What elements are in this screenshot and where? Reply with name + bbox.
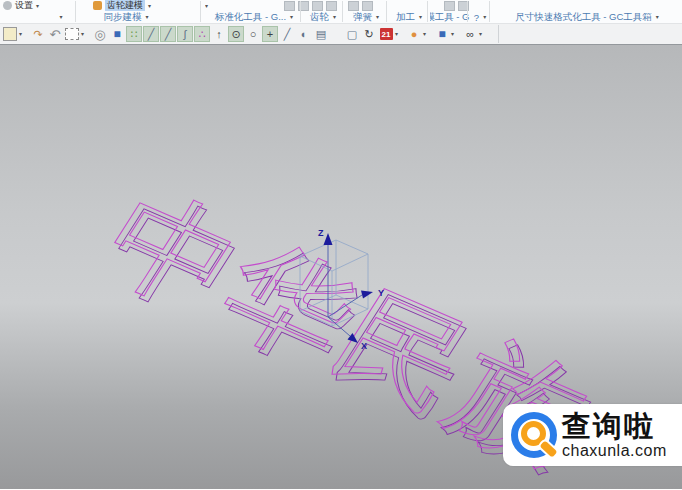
- snap-circle-icon[interactable]: ○: [245, 26, 261, 42]
- cropped-ribbon-button[interactable]: [326, 1, 337, 11]
- snap-pole-icon[interactable]: ↑: [211, 26, 227, 42]
- datum-grid-icon[interactable]: 21: [378, 26, 394, 42]
- snap-line-icon[interactable]: ╱: [279, 26, 295, 42]
- z-axis-arrow-icon: [324, 233, 333, 245]
- settings-icon: [3, 1, 12, 10]
- group-modeling-tools[interactable]: 建模工具 - G... ▾: [430, 11, 470, 23]
- snap-toolbar: ▾ ↷ ↶ ▾ ◎ ■ ∷ ╱ ╱ ʃ ∴ ↑ ⊙ ○ + ╱ ◐ ▤ ▢ ↻ …: [0, 23, 682, 45]
- ribbon-separator: [342, 1, 343, 22]
- ribbon-separator: [300, 1, 301, 22]
- chevron-down-icon[interactable]: ▾: [451, 31, 454, 37]
- snap-midpoint-icon[interactable]: ╱: [160, 26, 176, 42]
- chevron-down-icon[interactable]: ▾: [479, 31, 482, 37]
- chevron-down-icon[interactable]: ▾: [81, 31, 84, 37]
- gear-icon: [93, 1, 102, 10]
- chaxunla-logo-icon: [510, 411, 558, 459]
- snap-facet-icon[interactable]: ▤: [313, 26, 329, 42]
- cropped-ribbon-button[interactable]: [284, 1, 295, 11]
- chevron-down-icon: ▾: [333, 14, 336, 20]
- shaded-cube-icon[interactable]: ■: [109, 26, 125, 42]
- group-spring[interactable]: 弹簧 ▾: [345, 11, 387, 23]
- face-analysis-icon[interactable]: ●: [406, 26, 422, 42]
- ribbon-separator: [75, 1, 76, 22]
- graphics-viewport[interactable]: 中华民族 中华民族 Z Y X 查询啦: [0, 45, 682, 489]
- chevron-down-icon: ▾: [483, 14, 486, 20]
- snap-face-icon[interactable]: ◐: [296, 26, 312, 42]
- toolbar-separator: [498, 25, 499, 43]
- chevron-down-icon: ▾: [290, 14, 293, 20]
- chevron-down-icon: ▾: [205, 3, 208, 9]
- x-axis-label: X: [361, 341, 367, 351]
- torus-icon[interactable]: ◎: [92, 26, 108, 42]
- chevron-down-icon[interactable]: ▾: [148, 3, 151, 9]
- snap-point-icon[interactable]: ∷: [126, 26, 142, 42]
- y-axis-label: Y: [378, 288, 384, 298]
- group-dropdown[interactable]: ▾: [55, 11, 67, 23]
- derived-curve-icon[interactable]: ↷: [30, 26, 46, 42]
- chevron-down-icon: ▾: [145, 14, 148, 20]
- ribbon-button-label-selected: 齿轮建模: [105, 0, 145, 11]
- watermark-brand: 查询啦: [562, 412, 667, 441]
- cropped-ribbon-button[interactable]: [362, 1, 373, 11]
- group-unknown[interactable]: ? ▾: [470, 11, 490, 23]
- ribbon-separator: [386, 1, 387, 22]
- cropped-ribbon-button[interactable]: [312, 1, 323, 11]
- z-axis-label: Z: [318, 228, 324, 238]
- chevron-down-icon[interactable]: ▾: [423, 31, 426, 37]
- rectangle-marquee-icon[interactable]: [64, 26, 80, 42]
- ribbon-separator: [200, 1, 201, 22]
- ribbon: 设置 ▾ 齿轮建模 ▾ ▾ ▾ 同步建模 ▾ 标准化工具 - G... ▾ 齿轮…: [0, 0, 682, 23]
- group-standardization-tools[interactable]: 标准化工具 - G... ▾: [205, 11, 303, 23]
- watermark-domain: chaxunla.com: [562, 443, 667, 459]
- ribbon-separator: [489, 1, 490, 22]
- snap-arc-center-icon[interactable]: ⊙: [228, 26, 244, 42]
- snap-endpoint-icon[interactable]: ╱: [143, 26, 159, 42]
- selection-filter-icon[interactable]: [2, 26, 18, 42]
- chevron-down-icon: ▾: [59, 14, 62, 20]
- group-synchronous-modeling[interactable]: 同步建模 ▾: [95, 11, 157, 23]
- chevron-down-icon[interactable]: ▾: [395, 31, 398, 37]
- ribbon-dropdown[interactable]: ▾: [205, 0, 215, 11]
- refresh-icon[interactable]: ↻: [361, 26, 377, 42]
- derived-curve-alt-icon[interactable]: ↶: [47, 26, 63, 42]
- view-cube-icon[interactable]: ■: [434, 26, 450, 42]
- ribbon-separator: [467, 1, 468, 22]
- chevron-down-icon: ▾: [656, 14, 659, 20]
- cropped-ribbon-button[interactable]: [348, 1, 359, 11]
- cropped-ribbon-button[interactable]: [444, 1, 455, 11]
- ribbon-separator: [427, 1, 428, 22]
- window-display-icon[interactable]: ▢: [344, 26, 360, 42]
- group-gc-toolbox[interactable]: 尺寸快速格式化工具 - GC工具箱 ▾: [492, 11, 682, 23]
- snap-curve-icon[interactable]: ʃ: [177, 26, 193, 42]
- spectacles-icon[interactable]: ∞: [462, 26, 478, 42]
- ribbon-button-label: 设置: [15, 0, 33, 11]
- snap-intersection-icon[interactable]: +: [262, 26, 278, 42]
- watermark: 查询啦 chaxunla.com: [503, 404, 682, 466]
- group-gear[interactable]: 齿轮 ▾: [303, 11, 343, 23]
- group-machining[interactable]: 加工 ▾: [389, 11, 429, 23]
- chevron-down-icon: ▾: [419, 14, 422, 20]
- ribbon-button-settings[interactable]: 设置 ▾: [3, 0, 71, 11]
- chevron-down-icon[interactable]: ▾: [36, 3, 39, 9]
- chevron-down-icon: ▾: [376, 14, 379, 20]
- chevron-down-icon[interactable]: ▾: [19, 31, 22, 37]
- snap-point-on-curve-icon[interactable]: ∴: [194, 26, 210, 42]
- ribbon-button-gear-modeling[interactable]: 齿轮建模 ▾: [93, 0, 165, 11]
